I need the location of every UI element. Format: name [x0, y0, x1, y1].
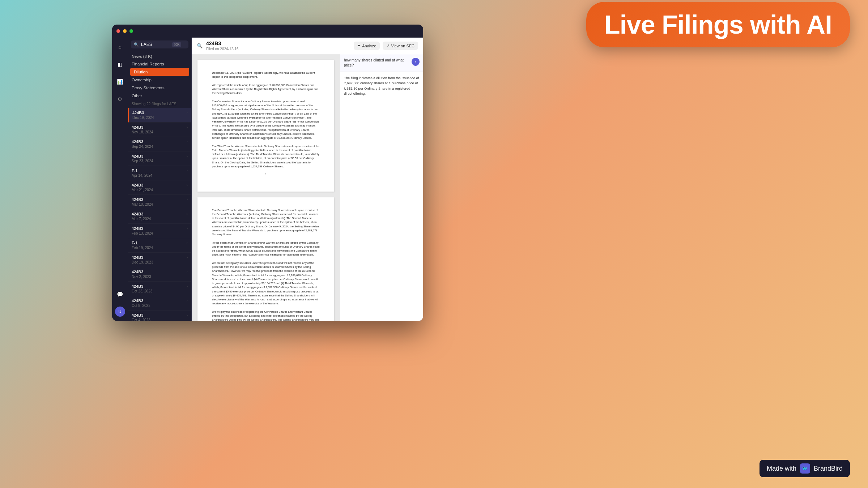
- page1-para4: The Third Tranche Warrant Shares include…: [212, 144, 320, 169]
- list-item[interactable]: 424B3 › Dec 19, 2024: [128, 108, 191, 123]
- page1-para3: The Conversion Shares include Ordinary S…: [212, 99, 320, 140]
- chevron-right-icon: ›: [187, 212, 188, 216]
- doc-form-type: 424B3: [206, 40, 239, 46]
- brandbird-brand: BrandBird: [814, 465, 843, 472]
- doc-pages[interactable]: December 16, 2024 (the "Current Report")…: [192, 54, 340, 321]
- nav-ownership[interactable]: Ownership: [128, 76, 191, 84]
- list-item[interactable]: 424B3 › Oct 8, 2023: [128, 296, 191, 311]
- hero-title: Live Filings with AI: [604, 10, 832, 39]
- icon-sidebar: ⌂ ◧ 📊 ⚙ 💬 U: [112, 38, 128, 321]
- doc-actions: ✦ Analyze ↗ View on SEC: [354, 42, 418, 50]
- doc-viewer: 🔍 424B3 Filed on 2024-12-16 ✦ Analyze ↗ …: [192, 38, 423, 321]
- dilution-label: Dilution: [134, 70, 148, 74]
- brandbird-logo: 🐦: [800, 463, 810, 474]
- ownership-label: Ownership: [132, 78, 152, 82]
- filing-list-panel: 🔍 ⌘K News (8-K) Financial Reports Diluti…: [128, 38, 192, 321]
- sidebar-settings-icon[interactable]: ⚙: [115, 94, 125, 104]
- ai-answer-box: The filing indicates a dilution from the…: [340, 72, 423, 321]
- list-item[interactable]: 424B3 › Oct 4, 2023: [128, 311, 191, 321]
- doc-search-icon[interactable]: 🔍: [197, 43, 203, 48]
- list-item[interactable]: 424B3 › Nov 18, 2024: [128, 123, 191, 137]
- search-input[interactable]: [141, 42, 170, 47]
- chevron-right-icon: ›: [187, 198, 188, 201]
- list-item[interactable]: 424B3 › Dec 19, 2023: [128, 253, 191, 267]
- list-item[interactable]: F-1 › Apr 14, 2024: [128, 166, 191, 180]
- sidebar-chart-icon[interactable]: 📊: [115, 77, 125, 87]
- proxy-statements-label: Proxy Statements: [132, 86, 165, 90]
- doc-header-left: 🔍 424B3 Filed on 2024-12-16: [197, 40, 239, 51]
- filing-date: Nov 18, 2024: [132, 130, 188, 134]
- sidebar-filings-icon[interactable]: ◧: [115, 59, 125, 69]
- chevron-right-icon: ›: [187, 154, 188, 158]
- doc-header: 🔍 424B3 Filed on 2024-12-16 ✦ Analyze ↗ …: [192, 38, 423, 54]
- page1-para2: We registered the resale of up to an agg…: [212, 83, 320, 95]
- filing-type: F-1: [132, 168, 138, 173]
- analyze-button[interactable]: ✦ Analyze: [354, 42, 380, 50]
- filing-date: Sep 23, 2024: [132, 159, 188, 163]
- list-item[interactable]: 424B3 › Feb 13, 2024: [128, 224, 191, 238]
- filing-type: 424B3: [132, 299, 143, 303]
- chevron-right-icon: ›: [187, 299, 188, 303]
- filing-type: 424B3: [132, 226, 143, 231]
- chevron-right-icon: ›: [187, 227, 188, 230]
- chevron-right-icon: ›: [187, 140, 188, 144]
- ai-question-box: how many shares diluted and at what pric…: [340, 54, 423, 72]
- sidebar-chat-icon[interactable]: 💬: [115, 289, 125, 299]
- nav-dilution[interactable]: Dilution: [130, 68, 189, 76]
- filing-date: Oct 4, 2023: [132, 318, 188, 321]
- filing-type: 424B3: [132, 111, 144, 115]
- doc-page-1: December 16, 2024 (the "Current Report")…: [197, 60, 334, 192]
- chevron-right-icon: ›: [187, 284, 188, 288]
- page1-number: 1: [212, 172, 320, 177]
- doc-filed-date: Filed on 2024-12-16: [206, 47, 239, 51]
- nav-financial-reports[interactable]: Financial Reports: [128, 60, 191, 68]
- close-dot[interactable]: [116, 29, 120, 33]
- list-item[interactable]: 424B3 › Sep 24, 2024: [128, 137, 191, 151]
- filing-date: Mar 7, 2024: [132, 217, 188, 221]
- chevron-right-icon: ›: [187, 125, 188, 129]
- list-item[interactable]: 424B3 › Mar 21, 2024: [128, 180, 191, 195]
- maximize-dot[interactable]: [129, 29, 133, 33]
- page2-para3: We are not selling any securities under …: [212, 261, 320, 306]
- filing-date: Apr 14, 2024: [132, 174, 188, 177]
- sidebar-home-icon[interactable]: ⌂: [115, 42, 125, 52]
- page1-text: December 16, 2024 (the "Current Report")…: [212, 71, 320, 79]
- list-item[interactable]: 424B3 › Oct 23, 2023: [128, 282, 191, 296]
- filing-date: Feb 19, 2024: [132, 246, 188, 250]
- list-item[interactable]: 424B3 › Sep 23, 2024: [128, 151, 191, 166]
- chevron-right-icon: ›: [187, 270, 188, 274]
- filing-type: 424B3: [132, 255, 143, 260]
- filing-type: 424B3: [132, 154, 143, 158]
- minimize-dot[interactable]: [123, 29, 127, 33]
- search-bar[interactable]: 🔍 ⌘K: [131, 40, 188, 48]
- list-item[interactable]: F-1 › Feb 19, 2024: [128, 238, 191, 253]
- chevron-right-icon: ›: [187, 169, 188, 172]
- analyze-icon: ✦: [357, 43, 361, 48]
- list-item[interactable]: 424B3 › Nov 2, 2023: [128, 267, 191, 282]
- list-item[interactable]: 424B3 › Mar 10, 2024: [128, 195, 191, 209]
- filing-type: 424B3: [132, 284, 143, 288]
- brandbird-badge: Made with 🐦 BrandBird: [760, 460, 850, 477]
- filing-type: 424B3: [132, 212, 143, 216]
- search-icon: 🔍: [134, 42, 139, 47]
- other-label: Other: [132, 94, 142, 98]
- filings-count: Showing 22 filings for LAES: [128, 100, 191, 108]
- financial-reports-label: Financial Reports: [132, 62, 164, 66]
- view-sec-button[interactable]: ↗ View on SEC: [383, 42, 418, 50]
- list-item[interactable]: 424B3 › Mar 7, 2024: [128, 209, 191, 224]
- chevron-right-icon: ›: [187, 256, 188, 259]
- filing-date: Mar 10, 2024: [132, 202, 188, 206]
- ai-sidebar: how many shares diluted and at what pric…: [340, 54, 423, 321]
- nav-other[interactable]: Other: [128, 92, 191, 100]
- filing-type: 424B3: [132, 183, 143, 187]
- chevron-right-icon: ›: [187, 111, 188, 115]
- page2-para2: To the extent that Conversion Shares and…: [212, 241, 320, 257]
- sidebar-avatar[interactable]: U: [115, 307, 125, 317]
- hero-banner: Live Filings with AI: [586, 2, 850, 47]
- filing-date: Feb 13, 2024: [132, 231, 188, 235]
- nav-proxy-statements[interactable]: Proxy Statements: [128, 84, 191, 92]
- ai-send-button[interactable]: ↑: [412, 58, 420, 66]
- analyze-label: Analyze: [362, 44, 376, 48]
- doc-content-area: December 16, 2024 (the "Current Report")…: [192, 54, 423, 321]
- filing-date: Oct 8, 2023: [132, 304, 188, 308]
